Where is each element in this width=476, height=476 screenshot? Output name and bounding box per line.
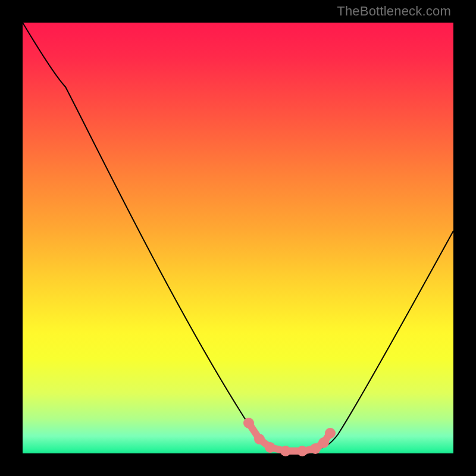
chart-svg xyxy=(23,23,453,453)
marker-dot xyxy=(243,418,254,428)
marker-dot xyxy=(318,437,329,448)
marker-dot xyxy=(297,446,308,456)
bottleneck-curve xyxy=(23,23,453,451)
chart-container: TheBottleneck.com xyxy=(0,0,476,476)
marker-dot xyxy=(280,446,291,456)
marker-dot xyxy=(254,434,265,444)
marker-dot xyxy=(325,428,336,439)
watermark-text: TheBottleneck.com xyxy=(337,4,451,19)
marker-dot xyxy=(265,442,275,453)
